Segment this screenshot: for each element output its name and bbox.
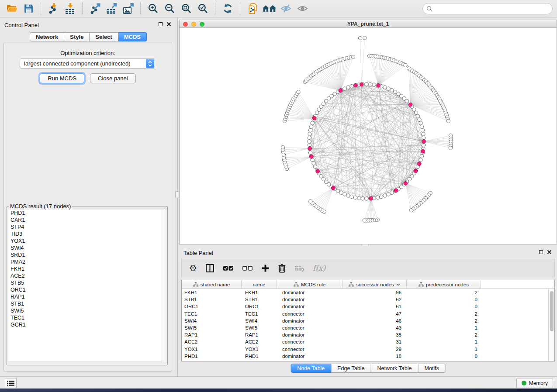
column-header-shared-name[interactable]: shared name — [182, 280, 242, 289]
cell-predecessor-nodes[interactable]: 2 — [407, 332, 481, 337]
mcds-node[interactable] — [422, 140, 426, 144]
cell-name[interactable]: ORC1 — [242, 304, 277, 309]
mcds-node[interactable] — [408, 103, 412, 107]
float-panel-icon[interactable] — [539, 250, 543, 254]
network-node[interactable] — [313, 165, 317, 168]
tab-select[interactable]: Select — [90, 32, 118, 41]
cell-predecessor-nodes[interactable]: 1 — [407, 339, 481, 344]
network-node[interactable] — [357, 196, 361, 200]
mcds-result-item[interactable]: GCR1 — [8, 321, 166, 328]
cell-name[interactable]: FKH1 — [242, 290, 277, 295]
network-node[interactable] — [308, 140, 311, 143]
table-row[interactable]: STB1STB1dominator620 — [182, 296, 554, 303]
network-node[interactable] — [339, 191, 343, 194]
cell-successor-nodes[interactable]: 62 — [343, 297, 407, 302]
mcds-result-item[interactable]: YOX1 — [8, 237, 166, 244]
network-node[interactable] — [376, 196, 379, 199]
tab-motifs[interactable]: Motifs — [418, 364, 445, 373]
network-node[interactable] — [363, 36, 367, 40]
mcds-result-item[interactable]: SWI4 — [8, 244, 166, 251]
network-node[interactable] — [383, 194, 387, 197]
mcds-result-item[interactable]: PHD1 — [8, 210, 166, 217]
mcds-result-item[interactable]: STB5 — [8, 279, 166, 286]
cell-successor-nodes[interactable]: 96 — [343, 290, 407, 295]
mcds-result-item[interactable]: FKH1 — [8, 265, 166, 272]
mcds-node[interactable] — [360, 83, 363, 86]
mcds-node[interactable] — [316, 169, 320, 173]
network-node[interactable] — [416, 114, 419, 118]
tab-network[interactable]: Network — [30, 32, 64, 41]
zoom-selected-button[interactable] — [195, 2, 210, 16]
cell-shared-name[interactable]: TEC1 — [182, 311, 242, 316]
mcds-result-item[interactable]: SWI5 — [8, 307, 166, 314]
table-row[interactable]: YOX1YOX1connector291 — [182, 346, 554, 353]
task-history-button[interactable] — [5, 378, 17, 388]
tab-node-table[interactable]: Node Table — [291, 364, 331, 373]
cell-MCDS-role[interactable]: connector — [277, 325, 343, 330]
cell-predecessor-nodes[interactable]: 0 — [407, 304, 481, 309]
network-node[interactable] — [351, 55, 355, 58]
show-columns-button[interactable] — [205, 264, 214, 273]
splitter-grip[interactable] — [175, 191, 179, 198]
network-node[interactable] — [308, 151, 312, 154]
cell-shared-name[interactable]: PHD1 — [182, 354, 242, 359]
table-row[interactable]: ACE2ACE2connector311 — [182, 338, 554, 345]
network-node[interactable] — [387, 87, 390, 90]
network-node[interactable] — [365, 197, 368, 200]
network-node[interactable] — [418, 118, 421, 121]
import-table-button[interactable] — [62, 2, 77, 16]
network-node[interactable] — [446, 119, 450, 123]
mcds-result-item[interactable]: PMA2 — [8, 258, 166, 265]
cell-name[interactable]: SWI5 — [242, 325, 277, 330]
duplicate-network-button[interactable] — [245, 2, 260, 16]
mcds-result-item[interactable]: ACE2 — [8, 272, 166, 279]
cell-predecessor-nodes[interactable]: 1 — [407, 325, 481, 330]
mcds-node[interactable] — [414, 169, 418, 173]
deselect-all-rows-button[interactable] — [242, 265, 253, 272]
memory-button[interactable]: Memory — [516, 378, 553, 388]
network-node[interactable] — [422, 132, 425, 136]
network-node[interactable] — [404, 63, 407, 67]
first-neighbors-button[interactable] — [262, 2, 277, 16]
table-scrollbar[interactable] — [548, 289, 554, 361]
mcds-node[interactable] — [404, 181, 408, 185]
network-node[interactable] — [449, 146, 452, 150]
mcds-node[interactable] — [339, 89, 343, 93]
network-node[interactable] — [346, 86, 350, 89]
network-node[interactable] — [363, 219, 366, 222]
network-node[interactable] — [419, 121, 422, 125]
cell-shared-name[interactable]: ACE2 — [182, 339, 242, 344]
column-header-name[interactable]: name — [242, 280, 277, 289]
network-node[interactable] — [422, 143, 426, 147]
mcds-result-item[interactable]: STP4 — [8, 224, 166, 230]
mcds-result-item[interactable]: TEC1 — [8, 314, 166, 321]
cell-shared-name[interactable]: SWI5 — [182, 325, 242, 330]
cell-successor-nodes[interactable]: 47 — [343, 311, 407, 316]
mcds-node[interactable] — [421, 149, 425, 153]
network-node[interactable] — [358, 36, 362, 40]
mcds-result-item[interactable]: ORC1 — [8, 286, 166, 293]
cell-name[interactable]: SWI4 — [242, 318, 277, 323]
optimization-criterion-select[interactable]: largest connected component (undirected) — [20, 58, 155, 69]
cell-predecessor-nodes[interactable]: 0 — [407, 354, 481, 359]
zoom-out-button[interactable] — [162, 2, 177, 16]
network-node[interactable] — [383, 86, 387, 89]
cell-MCDS-role[interactable]: dominator — [277, 290, 343, 295]
cell-successor-nodes[interactable]: 31 — [343, 339, 407, 344]
mcds-result-item[interactable]: SRD1 — [8, 251, 166, 258]
mcds-node[interactable] — [377, 84, 381, 88]
cell-shared-name[interactable]: YOX1 — [182, 347, 242, 352]
table-row[interactable]: TEC1TEC1connector472 — [182, 310, 554, 317]
mcds-result-item[interactable]: RAP1 — [8, 293, 166, 300]
network-node[interactable] — [361, 197, 364, 200]
mcds-result-item[interactable]: STB1 — [8, 300, 166, 307]
mcds-result-item[interactable]: CAR1 — [8, 217, 166, 224]
network-node[interactable] — [380, 195, 383, 198]
zoom-in-button[interactable] — [145, 2, 160, 16]
network-node[interactable] — [308, 136, 311, 139]
mcds-result-item[interactable]: TID3 — [8, 230, 166, 237]
cell-predecessor-nodes[interactable]: 2 — [407, 311, 481, 316]
network-node[interactable] — [372, 83, 376, 86]
network-node[interactable] — [350, 84, 353, 88]
cell-shared-name[interactable]: FKH1 — [182, 290, 242, 295]
